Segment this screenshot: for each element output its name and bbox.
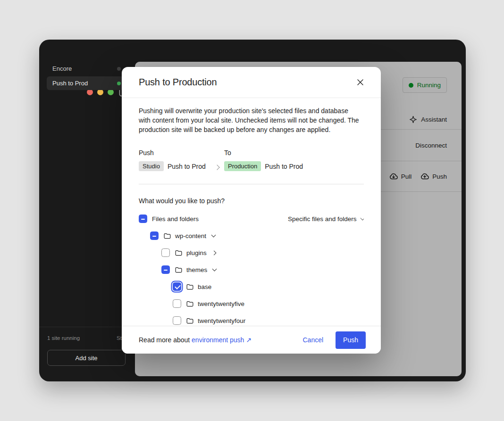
files-tree: Files and folders Specific files and fol… [139,210,364,325]
tree-label: plugins [186,249,207,256]
expander-chevron-down-icon[interactable] [212,235,215,237]
expander-chevron-right-icon[interactable] [212,251,216,255]
tree-row-base: base [139,278,364,295]
divider [139,184,364,184]
production-badge: Production [224,161,261,171]
site-status-dot-running [117,82,121,85]
studio-badge: Studio [139,161,164,171]
checkbox-twentytwentyfour[interactable] [173,316,181,325]
sites-running-status: 1 site running [47,335,80,341]
checkbox-twentytwentyfive[interactable] [173,299,181,308]
folder-icon [175,266,183,274]
environment-push-link[interactable]: environment push ↗ [192,336,252,344]
checkbox-files-and-folders[interactable] [139,215,147,223]
tree-row-twentytwentyfour: twentytwentyfour [139,312,364,325]
tree-row-themes: themes [139,261,364,278]
tree-label: themes [186,266,207,273]
folder-icon [186,283,194,291]
checkbox-plugins[interactable] [161,248,170,257]
sidebar-item-encore[interactable]: Encore [47,62,126,75]
dialog-footer: Read more about environment push ↗ Cance… [122,326,381,354]
tree-row-files-and-folders: Files and folders Specific files and fol… [139,210,364,227]
push-to-production-dialog: Push to Production Pushing will overwrit… [122,67,381,354]
tree-label: twentytwentyfour [198,317,245,324]
scope-dropdown[interactable]: Specific files and folders [288,215,364,223]
tree-label: twentytwentyfive [198,300,244,307]
sidebar-item-push-to-prod[interactable]: Push to Prod [47,76,126,90]
site-status-dot [117,67,121,71]
scope-dropdown-value: Specific files and folders [288,215,357,223]
to-site-name: Push to Prod [265,163,303,170]
sidebar-footer: 1 site running Stop Add site [39,327,135,381]
site-name: Encore [52,65,72,72]
dialog-title: Push to Production [139,77,217,88]
push-to-label: To [224,149,303,157]
push-question: What would you like to push? [139,197,364,205]
close-icon[interactable] [354,77,366,88]
chevron-down-icon [360,216,364,220]
expander-chevron-down-icon[interactable] [213,269,216,271]
push-from-label: Push [139,149,210,157]
folder-icon [175,249,183,257]
tree-label: base [198,283,211,290]
tree-label: wp-content [175,232,206,239]
checkbox-themes[interactable] [161,265,170,274]
tree-row-wp-content: wp-content [139,227,364,244]
read-more-text: Read more about [139,336,192,344]
chevron-right-icon [214,165,219,170]
checkbox-wp-content[interactable] [150,231,159,240]
tree-label: Files and folders [152,215,199,223]
checkbox-base[interactable] [173,282,181,291]
dialog-description: Pushing will overwrite your production s… [139,106,361,134]
cancel-button[interactable]: Cancel [302,336,323,344]
add-site-button[interactable]: Add site [47,350,126,366]
push-button[interactable]: Push [336,331,366,349]
sidebar: Encore Push to Prod 1 site running Stop … [39,62,135,381]
folder-icon [186,317,194,325]
site-name: Push to Prod [52,80,88,87]
folder-icon [186,300,194,308]
from-site-name: Push to Prod [168,163,206,170]
tree-row-twentytwentyfive: twentytwentyfive [139,295,364,312]
tree-row-plugins: plugins [139,244,364,261]
titlebar: ? [39,40,466,62]
folder-icon [163,232,171,240]
push-route: Push Studio Push to Prod To Production P… [139,149,364,171]
